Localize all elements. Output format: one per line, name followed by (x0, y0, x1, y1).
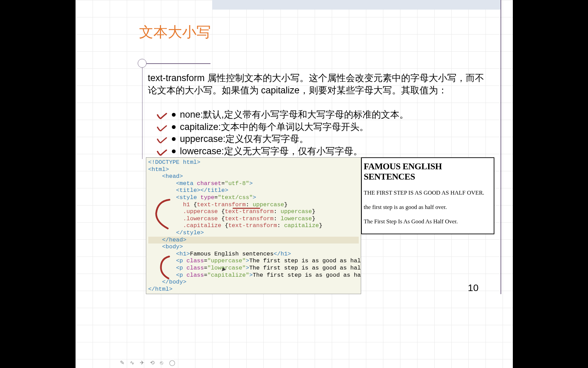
slide-title: 文本大小写 (139, 23, 211, 42)
bullet-label: none:默认,定义带有小写字母和大写字母的标准的文本。 (180, 109, 409, 120)
bullet-label: uppercase:定义仅有大写字母。 (180, 134, 309, 144)
browser-output: FAMOUS ENGLISH SENTENCES THE FIRST STEP … (361, 157, 494, 234)
checkmark-icon (157, 135, 168, 143)
presenter-tool-icons: ✎ ∿ ✈ ⟲ ⎋ ◯ (120, 359, 177, 366)
output-heading: FAMOUS ENGLISH SENTENCES (364, 161, 492, 182)
bullet-list: none:默认,定义带有小写字母和大写字母的标准的文本。 capitalize:… (159, 109, 487, 158)
page-number: 10 (468, 282, 478, 293)
bullet-label: capitalize:文本中的每个单词以大写字母开头。 (180, 122, 369, 132)
output-line-2: the first step is as good as half over. (364, 204, 492, 211)
decor-hline (142, 63, 210, 64)
output-line-1: THE FIRST STEP IS AS GOOD AS HALF OVER. (364, 189, 492, 196)
bullet-item: capitalize:文本中的每个单词以大写字母开头。 (159, 121, 487, 133)
decor-corner-circle (138, 59, 147, 68)
checkmark-icon (157, 147, 168, 156)
checkmark-icon (157, 123, 168, 131)
top-decor-band (212, 0, 501, 10)
bullet-label: lowercase:定义无大写字母，仅有小写字母。 (180, 146, 363, 156)
slide-page: 文本大小写 text-transform 属性控制文本的大小写。这个属性会改变元… (76, 0, 513, 368)
output-line-3: The First Step Is As Good As Half Over. (364, 218, 492, 225)
checkmark-icon (157, 111, 168, 119)
code-editor: <!DOCTYPE html> <html> <head> <meta char… (146, 157, 361, 294)
bullet-item: lowercase:定义无大写字母，仅有小写字母。 (159, 145, 487, 158)
description-text: text-transform 属性控制文本的大小写。这个属性会改变元素中的字母大… (148, 72, 493, 97)
right-decor-line (501, 0, 501, 294)
bullet-item: none:默认,定义带有小写字母和大写字母的标准的文本。 (159, 109, 487, 121)
bullet-item: uppercase:定义仅有大写字母。 (159, 133, 487, 145)
decor-vline (142, 63, 143, 159)
